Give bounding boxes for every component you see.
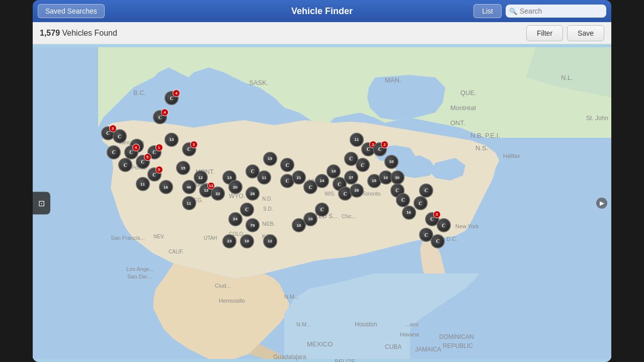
svg-text:N.M...: N.M...: [284, 294, 299, 300]
svg-text:CALIF.: CALIF.: [169, 249, 184, 254]
svg-text:...ami: ...ami: [405, 321, 419, 327]
map-marker[interactable]: C: [431, 234, 445, 248]
map-marker[interactable]: 11: [182, 196, 196, 210]
left-button-icon: ⊡: [38, 199, 45, 208]
svg-text:San Die...: San Die...: [127, 274, 151, 280]
svg-text:NEV.: NEV.: [153, 234, 165, 239]
map-container[interactable]: B.C. SASK. MAN. QUE. N.L. N.B. P.E.I. N.…: [33, 44, 611, 362]
svg-text:S.D.: S.D.: [263, 206, 273, 212]
svg-text:CUBA: CUBA: [385, 343, 401, 350]
map-marker[interactable]: C: [107, 145, 121, 159]
map-marker[interactable]: 23: [222, 234, 236, 248]
left-side-button[interactable]: ⊡: [33, 192, 50, 215]
map-marker[interactable]: 28: [246, 187, 260, 201]
map-marker[interactable]: 11: [136, 177, 150, 191]
svg-text:UTAH: UTAH: [204, 235, 217, 241]
svg-text:BELIZE: BELIZE: [335, 358, 355, 362]
svg-text:MEXICO: MEXICO: [307, 340, 333, 348]
map-marker[interactable]: C: [280, 158, 294, 172]
map-marker[interactable]: C4: [165, 91, 179, 105]
svg-text:Toronto: Toronto: [362, 191, 381, 197]
map-marker[interactable]: 37: [344, 170, 358, 185]
saved-searches-button[interactable]: Saved Searches: [38, 4, 105, 18]
search-wrapper: 🔍: [506, 5, 606, 18]
map-marker[interactable]: C5: [136, 155, 150, 169]
save-button[interactable]: Save: [567, 25, 604, 41]
map-marker[interactable]: C: [414, 196, 428, 210]
svg-text:Ciud...: Ciud...: [215, 283, 231, 289]
map-marker[interactable]: C2: [373, 142, 387, 156]
sub-header-buttons: Filter Save: [526, 25, 604, 41]
svg-text:N.M...: N.M...: [296, 321, 311, 327]
right-nav-arrow[interactable]: ▶: [596, 198, 607, 209]
svg-text:DOMINICAN: DOMINICAN: [439, 333, 474, 340]
map-marker[interactable]: C: [113, 129, 127, 143]
filter-button[interactable]: Filter: [526, 25, 563, 41]
map-marker[interactable]: 24: [228, 212, 243, 226]
svg-text:Hermosillo: Hermosillo: [219, 298, 245, 304]
svg-text:JAMAICA: JAMAICA: [415, 346, 441, 353]
vehicles-label: Vehicles Found: [62, 29, 117, 37]
map-marker[interactable]: 12: [263, 234, 277, 248]
map-marker[interactable]: 10: [384, 155, 398, 169]
svg-text:B.C.: B.C.: [133, 89, 146, 97]
svg-text:N.B. P.E.I.: N.B. P.E.I.: [470, 132, 500, 139]
svg-text:Chic...: Chic...: [342, 214, 356, 219]
map-marker[interactable]: 10: [327, 164, 341, 178]
vehicles-count: 1,579: [40, 29, 60, 37]
svg-text:Montréal: Montréal: [450, 104, 476, 112]
map-marker[interactable]: 13: [165, 133, 179, 147]
svg-text:QUE.: QUE.: [460, 89, 476, 97]
map-marker[interactable]: 22: [211, 187, 225, 201]
map-marker[interactable]: 12: [194, 170, 208, 185]
svg-text:New York: New York: [455, 223, 479, 229]
vehicles-found: 1,579 Vehicles Found: [40, 29, 117, 38]
map-marker[interactable]: 10: [240, 234, 254, 248]
svg-text:REPUBLIC: REPUBLIC: [443, 342, 473, 349]
device-frame: Saved Searches Vehicle Finder List 🔍 1,5…: [33, 0, 611, 362]
map-marker[interactable]: 15: [263, 152, 277, 166]
map-marker[interactable]: C: [356, 158, 370, 172]
svg-text:N.L.: N.L.: [561, 74, 573, 81]
map-marker[interactable]: C: [396, 193, 410, 207]
svg-text:N.S.: N.S.: [475, 144, 488, 152]
svg-text:MAN.: MAN.: [385, 76, 401, 84]
svg-text:Halifax: Halifax: [503, 153, 520, 159]
map-marker[interactable]: C: [315, 203, 329, 217]
svg-text:Havana: Havana: [400, 331, 420, 337]
map-marker[interactable]: 20: [228, 180, 243, 194]
map-marker[interactable]: 11: [257, 170, 271, 185]
app-title: Vehicle Finder: [291, 6, 353, 17]
map-marker[interactable]: C3: [182, 142, 196, 156]
map-marker[interactable]: 15: [176, 161, 190, 175]
svg-text:Los Ange...: Los Ange...: [126, 266, 154, 272]
svg-text:N.D.: N.D.: [262, 196, 272, 202]
map-marker[interactable]: C4: [153, 110, 167, 124]
svg-text:Houston: Houston: [355, 321, 377, 328]
header: Saved Searches Vehicle Finder List 🔍: [33, 0, 611, 22]
map-marker[interactable]: 11: [350, 133, 364, 147]
svg-text:Guadalajara: Guadalajara: [273, 353, 306, 360]
svg-text:SASK.: SASK.: [249, 79, 268, 86]
map-marker[interactable]: 26: [350, 184, 364, 198]
svg-text:ONT.: ONT.: [450, 119, 465, 127]
svg-text:St. John: St. John: [586, 115, 608, 122]
map-marker[interactable]: C: [118, 158, 132, 172]
list-button[interactable]: List: [473, 4, 502, 18]
map-marker[interactable]: C: [437, 218, 451, 232]
header-right: List 🔍: [473, 4, 606, 18]
map-marker[interactable]: 16: [159, 180, 173, 194]
svg-text:NEB.: NEB.: [262, 221, 275, 227]
sub-header: 1,579 Vehicles Found Filter Save: [33, 22, 611, 44]
svg-text:San Francis...: San Francis...: [111, 235, 145, 241]
map-marker[interactable]: 79: [246, 218, 260, 232]
search-input[interactable]: [506, 5, 606, 18]
map-marker[interactable]: C: [419, 184, 433, 198]
map-marker[interactable]: 30: [390, 170, 405, 185]
svg-text:WIS.: WIS.: [325, 191, 336, 197]
